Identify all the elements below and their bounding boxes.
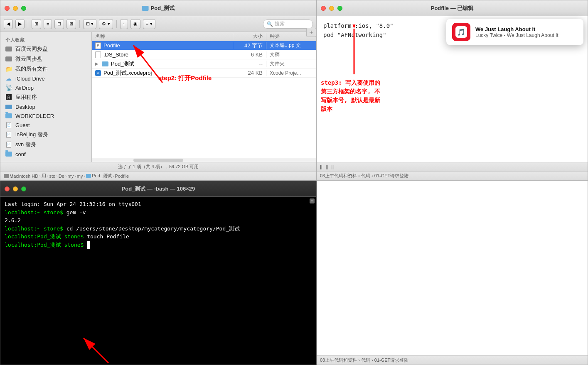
podfile-icon: P xyxy=(95,42,101,49)
editor-minimize-button[interactable] xyxy=(329,6,334,11)
lucky-twice-inner-icon: 🎵 xyxy=(455,26,467,38)
right-panel-breadcrumb: 03上午代码和资料 › 代码 › 01-GET请求登陆 xyxy=(320,357,408,363)
xcodeproj-kind: Xcode Proje... xyxy=(266,70,316,76)
sidebar-section-label: 个人收藏 xyxy=(0,35,91,44)
pod-folder-icon xyxy=(102,61,108,66)
editor-title: Podfile — 已编辑 xyxy=(431,5,474,12)
podfile-size: 42 字节 xyxy=(233,42,266,49)
sidebar-item-airdrop[interactable]: 📡 AirDrop xyxy=(0,83,91,92)
col-header-name[interactable]: 名称 xyxy=(92,33,233,40)
podfile-kind: 文本编...pp 文 xyxy=(266,42,316,49)
folder-icon xyxy=(142,6,149,11)
file-row-pod-folder[interactable]: ▶ Pod_测试 -- 文件夹 xyxy=(92,59,316,69)
sidebar-label-apps: 应用程序 xyxy=(15,93,37,101)
toolbar-separator-3 xyxy=(116,20,117,28)
finder-toolbar: ◀ ▶ ⊞ ≡ ⊟ ⊠ ⊞ ▾ ⚙ ▾ ↑ ◉ ≡ ▾ 🔍 搜索 xyxy=(0,16,316,32)
minimize-button[interactable] xyxy=(13,6,18,11)
lucky-twice-icon: 🎵 xyxy=(452,23,470,41)
sidebar-label-baidu: 百度云同步盘 xyxy=(15,45,48,53)
ds-store-name: .DS_Store xyxy=(103,51,128,58)
sidebar-item-baidu[interactable]: 百度云同步盘 xyxy=(0,44,91,54)
file-row-ds-store[interactable]: .DS_Store 6 KB 文稿 xyxy=(92,50,316,59)
desktop-icon xyxy=(5,103,12,110)
editor-bottom-bar1: || || || xyxy=(317,162,588,171)
sidebar-item-weiyun[interactable]: 微云同步盘 xyxy=(0,54,91,64)
editor-bar-sep1: || xyxy=(320,164,322,169)
terminal-line-4: localhost:~ stone$ cd /Users/stone/Deskt… xyxy=(5,225,312,233)
sidebar-item-desktop[interactable]: Desktop xyxy=(0,102,91,111)
sidebar-label-conf: conf xyxy=(15,151,26,157)
terminal-line-6: localhost:Pod_测试 stone$ xyxy=(5,241,312,249)
scroll-thumb[interactable] xyxy=(133,159,183,162)
finder-statusbar: 选了了 1 项（共 4 项），59.72 GB 可用 xyxy=(0,162,316,171)
guest-icon: 📄 xyxy=(5,122,12,128)
add-button[interactable]: + xyxy=(306,28,316,37)
terminal-minimize-button[interactable] xyxy=(13,186,18,191)
apps-icon: 🅰 xyxy=(5,94,12,100)
hdd-breadcrumb-icon xyxy=(4,174,9,178)
finder-sidebar: 个人收藏 百度云同步盘 微云同步盘 📁 我的所有文件 ☁ xyxy=(0,32,92,162)
terminal-line-5: localhost:Pod_测试 stone$ touch Podfile xyxy=(5,233,312,241)
forward-button[interactable]: ▶ xyxy=(15,19,25,29)
share-button[interactable]: ↑ xyxy=(120,19,128,29)
sidebar-label-workfolder: WORKFOLDER xyxy=(15,113,54,119)
notification-title: We Just Laugh About It xyxy=(475,26,558,32)
view-column-button[interactable]: ⊟ xyxy=(54,19,64,29)
edit-button[interactable]: ≡ ▾ xyxy=(143,19,155,29)
sidebar-item-guest[interactable]: 📄 Guest xyxy=(0,120,91,130)
horizontal-scrollbar[interactable] xyxy=(92,158,316,162)
sidebar-label-desktop: Desktop xyxy=(15,104,35,110)
file-row-podfile[interactable]: P Podfile 42 字节 文本编...pp 文 xyxy=(92,41,316,50)
arrange-button[interactable]: ⊞ ▾ xyxy=(83,19,96,29)
sidebar-item-svn[interactable]: 📄 svn 替身 xyxy=(0,140,91,149)
workfolder-icon xyxy=(5,113,12,119)
editor-close-button[interactable] xyxy=(321,6,326,11)
editor-bar-sep2: || xyxy=(326,164,328,169)
right-panel: 03上午代码和资料 › 代码 › 01-GET请求登陆 xyxy=(317,181,588,365)
file-list-header: 名称 大小 种类 xyxy=(92,32,316,41)
finder-titlebar: Pod_测试 xyxy=(0,0,316,16)
sidebar-label-weiyun: 微云同步盘 xyxy=(15,55,42,63)
sidebar-item-workfolder[interactable]: WORKFOLDER xyxy=(0,111,91,120)
terminal-scroll-indicator: ≡ xyxy=(310,198,315,203)
svg-line-5 xyxy=(84,338,108,363)
all-files-icon: 📁 xyxy=(5,66,12,72)
terminal-close-button[interactable] xyxy=(5,186,10,191)
baidu-icon xyxy=(5,46,12,52)
file-list-area: 名称 大小 种类 P Podfile 42 字节 文本编...pp 文 xyxy=(92,32,316,162)
editor-maximize-button[interactable] xyxy=(337,6,342,11)
editor-window-title: Podfile — 已编辑 xyxy=(431,5,474,12)
view-coverflow-button[interactable]: ⊠ xyxy=(66,19,76,29)
close-button[interactable] xyxy=(5,6,10,11)
sidebar-item-conf[interactable]: conf xyxy=(0,149,91,159)
pod-folder-kind: 文件夹 xyxy=(266,60,316,67)
finder-window-title: Pod_测试 xyxy=(151,5,175,12)
sidebar-item-inbeijing[interactable]: 📄 inBeijing 替身 xyxy=(0,130,91,140)
maximize-button[interactable] xyxy=(21,6,26,11)
sidebar-item-all-files[interactable]: 📁 我的所有文件 xyxy=(0,64,91,74)
action-button[interactable]: ⚙ ▾ xyxy=(99,19,113,29)
cursor xyxy=(87,241,90,249)
file-list: P Podfile 42 字节 文本编...pp 文 .DS_Store xyxy=(92,41,316,158)
finder-window: Pod_测试 ◀ ▶ ⊞ ≡ ⊟ ⊠ ⊞ ▾ ⚙ ▾ ↑ ◉ ≡ ▾ xyxy=(0,0,317,181)
sidebar-item-apps[interactable]: 🅰 应用程序 xyxy=(0,92,91,102)
back-button[interactable]: ◀ xyxy=(4,19,13,29)
terminal-content[interactable]: Last login: Sun Apr 24 21:32:16 on ttys0… xyxy=(0,197,316,365)
step3-label: step3: 写入要使用的 第三方框架的名字, 不 写版本号, 默认是最新 版本 xyxy=(321,78,380,113)
xcodeproj-size: 24 KB xyxy=(233,70,266,76)
search-icon: 🔍 xyxy=(267,21,273,27)
search-box: 🔍 搜索 xyxy=(263,20,313,29)
terminal-maximize-button[interactable] xyxy=(21,186,26,191)
terminal-window-title: Pod_测试 — -bash — 106×29 xyxy=(122,185,195,193)
finder-breadcrumb: Macintosh HD › 用 › sto › De › my › my › … xyxy=(0,171,316,180)
sidebar-label-svn: svn 替身 xyxy=(15,141,36,148)
file-row-xcodeproj[interactable]: X Pod_测试.xcodeproj 24 KB Xcode Proje... xyxy=(92,69,316,78)
view-icon-button[interactable]: ⊞ xyxy=(32,19,41,29)
folder-breadcrumb-icon xyxy=(86,174,91,178)
sidebar-item-icloud[interactable]: ☁ iCloud Drive xyxy=(0,74,91,83)
col-header-size[interactable]: 大小 xyxy=(233,33,266,40)
sidebar-label-icloud: iCloud Drive xyxy=(15,76,45,82)
view-list-button[interactable]: ≡ xyxy=(44,19,52,29)
weiyun-icon xyxy=(5,56,12,62)
tag-button[interactable]: ◉ xyxy=(130,19,140,29)
